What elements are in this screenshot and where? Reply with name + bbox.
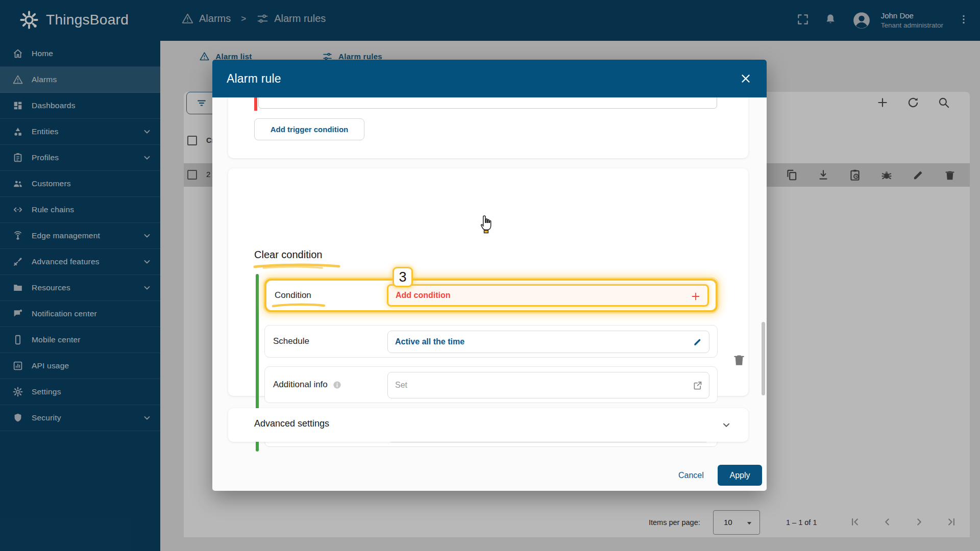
clear-condition-heading: Clear condition xyxy=(254,249,322,261)
clear-condition-section: Clear condition Condition Add condition xyxy=(228,168,748,396)
dialog-body: Add trigger condition Clear condition Co… xyxy=(212,97,767,491)
condition-row: Condition Add condition xyxy=(264,279,718,312)
additional-info-label: Additional info xyxy=(273,380,342,390)
thingsboard-app: ThingsBoard Alarms > Alarm rules John Do… xyxy=(0,0,980,551)
close-icon[interactable] xyxy=(739,72,752,85)
dialog-title: Alarm rule xyxy=(227,72,281,86)
additional-info-row: Additional info Set xyxy=(264,366,718,403)
additional-info-field[interactable]: Set xyxy=(387,372,709,398)
schedule-label: Schedule xyxy=(273,336,309,346)
chevron-down-icon[interactable] xyxy=(721,419,732,431)
info-icon xyxy=(332,380,342,390)
schedule-row: Schedule Active all the time xyxy=(264,325,718,358)
open-in-new-icon[interactable] xyxy=(692,380,703,391)
alarm-rule-dialog: Alarm rule Add trigger condition Clear c… xyxy=(212,60,767,491)
trigger-condition-section: Add trigger condition xyxy=(228,97,748,158)
annotation-marker-underline xyxy=(272,303,326,308)
additional-info-label-text: Additional info xyxy=(273,380,328,390)
schedule-field[interactable]: Active all the time xyxy=(387,331,709,353)
plus-icon[interactable] xyxy=(690,291,701,302)
cancel-button[interactable]: Cancel xyxy=(678,467,704,483)
dialog-header: Alarm rule xyxy=(212,60,767,97)
add-trigger-condition-button[interactable]: Add trigger condition xyxy=(254,118,364,140)
add-condition-button[interactable]: Add condition xyxy=(387,284,709,307)
advanced-settings-heading: Advanced settings xyxy=(254,418,329,429)
annotation-step-badge: 3 xyxy=(393,267,413,287)
delete-clear-condition-icon[interactable] xyxy=(731,352,747,367)
condition-label: Condition xyxy=(275,290,311,300)
validation-error-bar xyxy=(254,97,257,111)
dialog-scrollbar[interactable] xyxy=(762,322,765,395)
apply-button[interactable]: Apply xyxy=(718,465,762,486)
add-condition-label: Add condition xyxy=(396,291,451,300)
annotation-marker-underline xyxy=(253,263,341,269)
schedule-value: Active all the time xyxy=(395,337,464,346)
additional-info-placeholder: Set xyxy=(395,381,407,390)
trigger-condition-field-partial xyxy=(258,97,717,109)
advanced-settings-section[interactable]: Advanced settings xyxy=(228,408,748,442)
edit-pencil-icon[interactable] xyxy=(692,337,703,347)
